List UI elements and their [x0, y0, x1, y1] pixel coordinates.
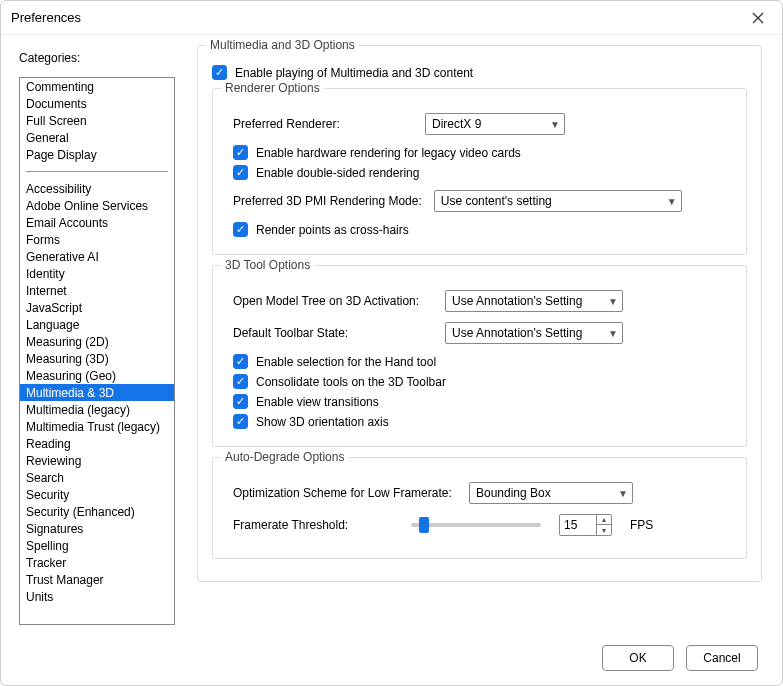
model-tree-select[interactable]: Use Annotation's Setting ▼	[445, 290, 623, 312]
framerate-label: Framerate Threshold:	[233, 518, 393, 532]
sidebar-item[interactable]: Identity	[20, 265, 174, 282]
autodeg-group-title: Auto-Degrade Options	[221, 450, 348, 464]
cancel-button[interactable]: Cancel	[686, 645, 758, 671]
hw-legacy-label: Enable hardware rendering for legacy vid…	[256, 146, 521, 160]
slider-thumb[interactable]	[419, 517, 429, 533]
show-axis-checkbox[interactable]	[233, 414, 248, 429]
chevron-down-icon: ▼	[608, 296, 618, 307]
multimedia-group-title: Multimedia and 3D Options	[206, 38, 359, 52]
renderer-group: Renderer Options Preferred Renderer: Dir…	[212, 88, 747, 255]
framerate-value[interactable]	[560, 518, 596, 532]
title-bar: Preferences	[1, 1, 782, 35]
model-tree-label: Open Model Tree on 3D Activation:	[233, 294, 433, 308]
chevron-down-icon: ▼	[550, 119, 560, 130]
sidebar-item[interactable]: Measuring (2D)	[20, 333, 174, 350]
sidebar-item[interactable]: Language	[20, 316, 174, 333]
sidebar-item[interactable]: JavaScript	[20, 299, 174, 316]
dialog-footer: OK Cancel	[1, 631, 782, 685]
sidebar-item[interactable]: Forms	[20, 231, 174, 248]
sidebar-item[interactable]: Accessibility	[20, 180, 174, 197]
scheme-value: Bounding Box	[476, 486, 551, 500]
pmi-mode-label: Preferred 3D PMI Rendering Mode:	[233, 194, 422, 208]
sidebar-item[interactable]: Multimedia Trust (legacy)	[20, 418, 174, 435]
model-tree-value: Use Annotation's Setting	[452, 294, 582, 308]
preferred-renderer-value: DirectX 9	[432, 117, 481, 131]
sidebar-item[interactable]: Full Screen	[20, 112, 174, 129]
framerate-slider[interactable]	[411, 523, 541, 527]
sidebar-item[interactable]: Multimedia (legacy)	[20, 401, 174, 418]
sidebar-item[interactable]: Multimedia & 3D	[20, 384, 174, 401]
chevron-down-icon: ▼	[667, 196, 677, 207]
sidebar-item[interactable]: Search	[20, 469, 174, 486]
window-title: Preferences	[11, 10, 744, 25]
sidebar-item[interactable]: Documents	[20, 95, 174, 112]
sidebar-item[interactable]: Commenting	[20, 78, 174, 95]
sel-hand-checkbox[interactable]	[233, 354, 248, 369]
double-sided-label: Enable double-sided rendering	[256, 166, 419, 180]
spin-down-icon[interactable]: ▼	[597, 525, 611, 535]
sidebar-item[interactable]: Reading	[20, 435, 174, 452]
enable-playing-label: Enable playing of Multimedia and 3D cont…	[235, 66, 473, 80]
close-icon	[752, 12, 764, 24]
spin-up-icon[interactable]: ▲	[597, 515, 611, 525]
enable-playing-checkbox[interactable]	[212, 65, 227, 80]
double-sided-checkbox[interactable]	[233, 165, 248, 180]
sidebar-item[interactable]: Signatures	[20, 520, 174, 537]
crosshairs-checkbox[interactable]	[233, 222, 248, 237]
show-axis-label: Show 3D orientation axis	[256, 415, 389, 429]
tool3d-group-title: 3D Tool Options	[221, 258, 314, 272]
scheme-label: Optimization Scheme for Low Framerate:	[233, 486, 461, 500]
sidebar-separator	[26, 171, 168, 172]
sidebar-item[interactable]: Generative AI	[20, 248, 174, 265]
ok-button[interactable]: OK	[602, 645, 674, 671]
sidebar-item[interactable]: Adobe Online Services	[20, 197, 174, 214]
view-trans-label: Enable view transitions	[256, 395, 379, 409]
toolbar-state-label: Default Toolbar State:	[233, 326, 433, 340]
multimedia-group: Multimedia and 3D Options Enable playing…	[197, 45, 762, 582]
framerate-input[interactable]: ▲▼	[559, 514, 612, 536]
view-trans-checkbox[interactable]	[233, 394, 248, 409]
sidebar-item[interactable]: Measuring (Geo)	[20, 367, 174, 384]
sidebar-item[interactable]: Internet	[20, 282, 174, 299]
close-button[interactable]	[744, 4, 772, 32]
framerate-unit: FPS	[630, 518, 653, 532]
preferred-renderer-select[interactable]: DirectX 9 ▼	[425, 113, 565, 135]
sel-hand-label: Enable selection for the Hand tool	[256, 355, 436, 369]
pmi-mode-value: Use content's setting	[441, 194, 552, 208]
sidebar-item[interactable]: Units	[20, 588, 174, 605]
sidebar-item[interactable]: Security	[20, 486, 174, 503]
toolbar-state-select[interactable]: Use Annotation's Setting ▼	[445, 322, 623, 344]
renderer-group-title: Renderer Options	[221, 81, 324, 95]
sidebar-item[interactable]: Trust Manager	[20, 571, 174, 588]
categories-list[interactable]: CommentingDocumentsFull ScreenGeneralPag…	[19, 77, 175, 625]
sidebar-item[interactable]: Tracker	[20, 554, 174, 571]
scheme-select[interactable]: Bounding Box ▼	[469, 482, 633, 504]
sidebar-item[interactable]: Email Accounts	[20, 214, 174, 231]
toolbar-state-value: Use Annotation's Setting	[452, 326, 582, 340]
chevron-down-icon: ▼	[608, 328, 618, 339]
consolidate-label: Consolidate tools on the 3D Toolbar	[256, 375, 446, 389]
sidebar-item[interactable]: Security (Enhanced)	[20, 503, 174, 520]
pmi-mode-select[interactable]: Use content's setting ▼	[434, 190, 682, 212]
main-panel: Multimedia and 3D Options Enable playing…	[181, 35, 782, 625]
hw-legacy-checkbox[interactable]	[233, 145, 248, 160]
tool3d-group: 3D Tool Options Open Model Tree on 3D Ac…	[212, 265, 747, 447]
chevron-down-icon: ▼	[618, 488, 628, 499]
consolidate-checkbox[interactable]	[233, 374, 248, 389]
crosshairs-label: Render points as cross-hairs	[256, 223, 409, 237]
sidebar: Categories: CommentingDocumentsFull Scre…	[1, 35, 181, 625]
autodeg-group: Auto-Degrade Options Optimization Scheme…	[212, 457, 747, 559]
sidebar-item[interactable]: General	[20, 129, 174, 146]
preferred-renderer-label: Preferred Renderer:	[233, 117, 413, 131]
sidebar-item[interactable]: Page Display	[20, 146, 174, 163]
categories-label: Categories:	[19, 51, 175, 65]
sidebar-item[interactable]: Reviewing	[20, 452, 174, 469]
sidebar-item[interactable]: Spelling	[20, 537, 174, 554]
sidebar-item[interactable]: Measuring (3D)	[20, 350, 174, 367]
